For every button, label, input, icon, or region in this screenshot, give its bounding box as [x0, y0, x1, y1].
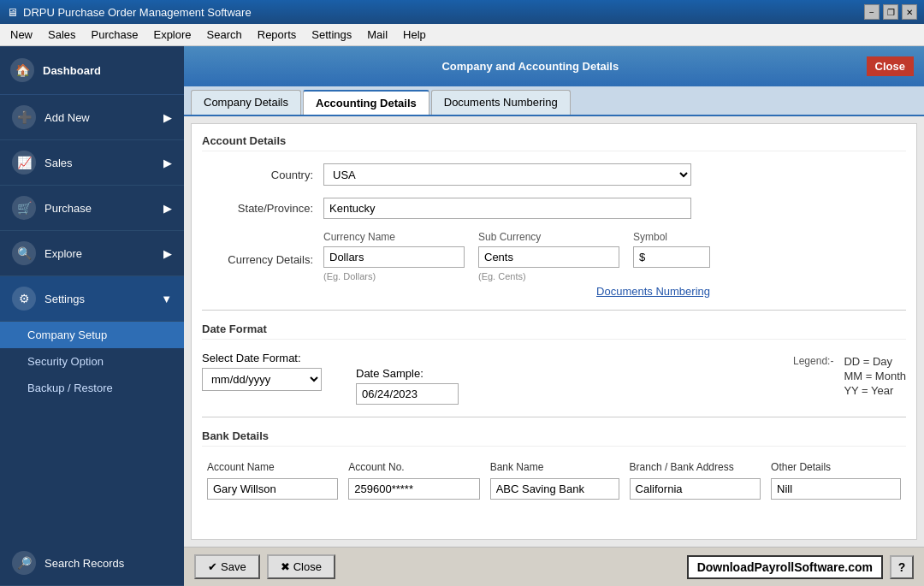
date-format-divider — [202, 310, 906, 311]
menu-mail[interactable]: Mail — [360, 27, 394, 43]
bank-name-input[interactable] — [490, 478, 619, 500]
app-icon: 🖥 — [7, 6, 18, 19]
col-other: Other Details — [766, 459, 906, 476]
sidebar-sub-company-setup[interactable]: Company Setup — [0, 322, 184, 348]
sidebar-addnew-label: Add New — [44, 111, 90, 124]
sidebar-purchase-label: Purchase — [44, 202, 92, 215]
app-title: DRPU Purchase Order Management Software — [23, 6, 252, 19]
date-format-title: Date Format — [202, 323, 906, 340]
legend-dd: DD = Day — [844, 355, 906, 368]
state-row: State/Province: — [202, 198, 906, 219]
sidebar-item-sales[interactable]: 📈 Sales ▶ — [0, 140, 184, 186]
sidebar-item-purchase[interactable]: 🛒 Purchase ▶ — [0, 186, 184, 231]
sub-currency-col: Sub Currency (Eg. Cents) — [478, 231, 619, 281]
title-bar-left: 🖥 DRPU Purchase Order Management Softwar… — [7, 6, 252, 19]
currency-eg-dollars: (Eg. Dollars) — [323, 271, 465, 281]
close-window-button[interactable]: ✕ — [902, 4, 917, 20]
legend-mm: MM = Month — [844, 370, 906, 382]
menu-reports[interactable]: Reports — [251, 27, 304, 43]
menu-search[interactable]: Search — [200, 27, 249, 43]
country-select[interactable]: USA — [323, 163, 691, 186]
account-name-input[interactable] — [207, 478, 338, 500]
menu-purchase[interactable]: Purchase — [85, 27, 145, 43]
restore-button[interactable]: ❐ — [883, 4, 898, 20]
purchase-arrow-icon: ▶ — [163, 202, 172, 215]
currency-eg-cents: (Eg. Cents) — [478, 271, 619, 281]
sidebar-settings-label: Settings — [44, 293, 85, 305]
content-area: Company and Accounting Details Close Com… — [184, 46, 924, 586]
explore-icon: 🔍 — [12, 241, 36, 265]
menu-sales[interactable]: Sales — [41, 27, 83, 43]
explore-arrow-icon: ▶ — [163, 247, 172, 260]
col-account-no: Account No. — [343, 459, 484, 476]
tab-company-details[interactable]: Company Details — [191, 90, 301, 115]
legend-row: Legend:- DD = Day MM = Month YY = Year — [793, 355, 906, 397]
help-button[interactable]: ? — [890, 555, 914, 579]
date-format-select[interactable]: mm/dd/yyyy dd/mm/yyyy yyyy/mm/dd — [202, 368, 322, 391]
menu-new[interactable]: New — [3, 27, 39, 43]
state-input[interactable] — [323, 198, 691, 219]
documents-numbering-link[interactable]: Documents Numbering — [323, 285, 710, 298]
sub-currency-input[interactable] — [478, 246, 619, 268]
other-details-input[interactable] — [771, 478, 901, 500]
state-label: State/Province: — [202, 202, 313, 215]
branch-input[interactable] — [630, 478, 761, 500]
date-select-group: Select Date Format: mm/dd/yyyy dd/mm/yyy… — [202, 352, 322, 391]
symbol-col: Symbol — [633, 231, 710, 281]
tab-accounting-details[interactable]: Accounting Details — [303, 90, 429, 115]
search-records-label: Search Records — [44, 557, 124, 570]
title-bar-controls: − ❐ ✕ — [864, 4, 917, 20]
sidebar-item-addnew[interactable]: ➕ Add New ▶ — [0, 95, 184, 140]
save-button[interactable]: ✔ Save — [194, 554, 260, 579]
currency-section: Currency Details: Currency Name (Eg. Dol… — [202, 231, 906, 298]
sub-currency-header: Sub Currency — [478, 231, 619, 243]
col-branch: Branch / Bank Address — [625, 459, 766, 476]
form-area: Account Details Country: USA State/Provi… — [191, 123, 917, 540]
legend-group: Legend:- DD = Day MM = Month YY = Year — [793, 355, 906, 397]
bank-table: Account Name Account No. Bank Name Branc… — [202, 459, 906, 502]
sidebar: 🏠 Dashboard ➕ Add New ▶ 📈 Sales ▶ 🛒 Purc… — [0, 46, 184, 586]
settings-arrow-icon: ▼ — [161, 293, 172, 305]
panel-close-button[interactable]: Close — [867, 56, 914, 76]
security-option-label: Security Option — [27, 355, 104, 368]
sidebar-sales-inner: 📈 Sales — [12, 151, 73, 175]
sidebar-purchase-inner: 🛒 Purchase — [12, 196, 92, 220]
country-row: Country: USA — [202, 163, 906, 186]
sidebar-item-explore[interactable]: 🔍 Explore ▶ — [0, 231, 184, 276]
menu-settings[interactable]: Settings — [305, 27, 358, 43]
sidebar-search-inner: 🔎 Search Records — [12, 551, 124, 575]
date-sample-input — [356, 383, 459, 405]
save-label: Save — [221, 560, 246, 573]
currency-header-row: Currency Name (Eg. Dollars) Sub Currency… — [323, 231, 710, 281]
purchase-icon: 🛒 — [12, 196, 36, 220]
date-sample-group: Date Sample: — [356, 367, 459, 405]
sidebar-item-settings[interactable]: ⚙ Settings ▼ — [0, 276, 184, 322]
sidebar-explore-label: Explore — [44, 247, 82, 260]
addnew-arrow-icon: ▶ — [163, 111, 172, 124]
date-sample-label: Date Sample: — [356, 367, 459, 380]
sidebar-sub-security[interactable]: Security Option — [0, 348, 184, 375]
minimize-button[interactable]: − — [864, 4, 880, 20]
menu-bar: New Sales Purchase Explore Search Report… — [0, 24, 924, 46]
col-bank-name: Bank Name — [485, 459, 625, 476]
sidebar-header[interactable]: 🏠 Dashboard — [0, 46, 184, 95]
menu-explore[interactable]: Explore — [146, 27, 198, 43]
legend-yy: YY = Year — [844, 384, 906, 397]
symbol-header: Symbol — [633, 231, 710, 243]
sidebar-sub-backup[interactable]: Backup / Restore — [0, 375, 184, 401]
bank-details-divider — [202, 417, 906, 417]
currency-name-input[interactable] — [323, 246, 465, 268]
sales-icon: 📈 — [12, 151, 36, 175]
sidebar-item-search[interactable]: 🔎 Search Records — [0, 541, 184, 586]
close-icon: ✖ — [281, 560, 290, 573]
close-button[interactable]: ✖ Close — [267, 554, 335, 579]
symbol-input[interactable] — [633, 246, 710, 268]
account-no-input[interactable] — [348, 478, 479, 500]
panel-title: Company and Accounting Details — [194, 60, 867, 73]
bank-details-title: Bank Details — [202, 429, 906, 447]
menu-help[interactable]: Help — [396, 27, 433, 43]
currency-name-col: Currency Name (Eg. Dollars) — [323, 231, 465, 281]
col-account-name: Account Name — [202, 459, 343, 476]
tab-documents-numbering[interactable]: Documents Numbering — [431, 90, 571, 115]
sidebar-explore-inner: 🔍 Explore — [12, 241, 82, 265]
